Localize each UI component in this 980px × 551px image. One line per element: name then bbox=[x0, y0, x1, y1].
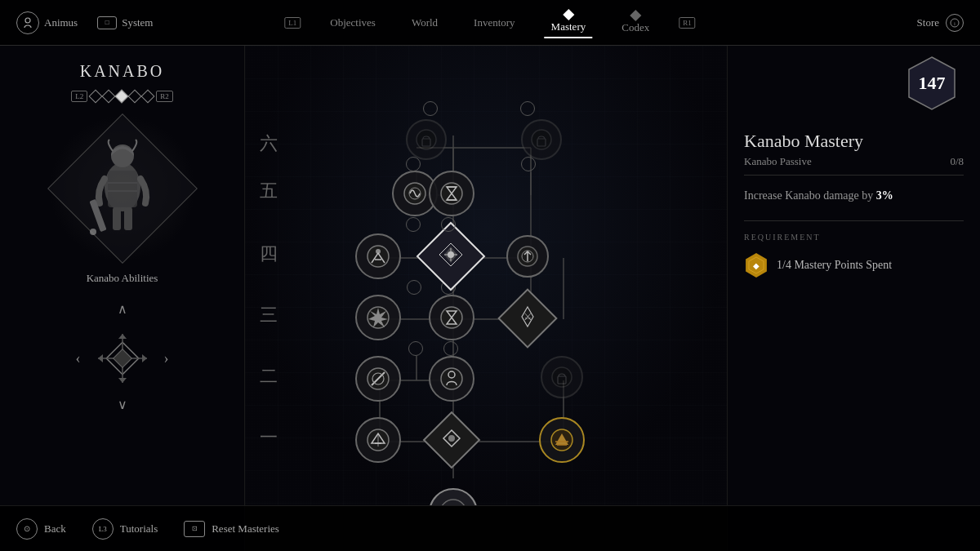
node-row2-small2 bbox=[443, 341, 458, 356]
system-label: System bbox=[122, 16, 153, 29]
node-row2-locked[interactable] bbox=[541, 356, 583, 398]
row-label-4: 四 bbox=[260, 242, 278, 266]
svg-text:◆: ◆ bbox=[753, 261, 760, 270]
dot-2 bbox=[102, 90, 116, 104]
reset-action[interactable]: ⊡ Reset Masteries bbox=[184, 521, 279, 537]
row-label-5: 五 bbox=[260, 179, 278, 203]
store-label: Store bbox=[917, 16, 939, 29]
back-button-icon[interactable]: ⊙ bbox=[16, 518, 38, 540]
store-button[interactable]: Store i bbox=[917, 14, 964, 32]
system-icon: □ bbox=[97, 16, 117, 29]
svg-marker-19 bbox=[118, 378, 127, 383]
row-label-3: 三 bbox=[260, 303, 278, 327]
mastery-diamond-icon bbox=[563, 8, 574, 20]
connection-lines bbox=[245, 46, 727, 505]
svg-point-58 bbox=[376, 249, 381, 254]
row-label-6: 六 bbox=[260, 131, 278, 156]
mastery-info: Kanabo Mastery Kanabo Passive 0/8 Increa… bbox=[744, 131, 964, 278]
row-label-2: 二 bbox=[260, 364, 278, 389]
mastery-points-number: 147 bbox=[919, 73, 946, 94]
node-row1-3[interactable] bbox=[539, 417, 585, 463]
dot-1 bbox=[89, 90, 103, 104]
requirement-item: ◆ 1/4 Mastery Points Spent bbox=[744, 253, 964, 278]
mastery-dots: L2 R2 bbox=[71, 91, 173, 102]
small-node bbox=[520, 101, 535, 116]
nav-tabs: L1 Objectives World Inventory Mastery Co… bbox=[284, 7, 695, 38]
tab-world[interactable]: World bbox=[405, 13, 444, 33]
l2-button[interactable]: L2 bbox=[71, 91, 87, 102]
nav-down-arrow[interactable]: ∨ bbox=[118, 397, 127, 412]
svg-point-45 bbox=[440, 500, 466, 505]
node-row4-small2 bbox=[441, 217, 456, 232]
small-node bbox=[406, 217, 421, 232]
node-row4-3[interactable] bbox=[506, 235, 549, 278]
animus-label: Animus bbox=[44, 16, 78, 29]
node-start[interactable]: 習得 bbox=[429, 488, 478, 505]
node-top-small1 bbox=[423, 101, 438, 116]
node-row4-1[interactable] bbox=[355, 233, 401, 279]
damage-highlight: 3% bbox=[876, 189, 893, 202]
bottom-bar: ⊙ Back L3 Tutorials ⊡ Reset Masteries bbox=[0, 505, 980, 551]
svg-text:i: i bbox=[954, 20, 956, 27]
node-row6-1[interactable] bbox=[406, 119, 447, 160]
store-icon: i bbox=[946, 14, 964, 32]
r2-button[interactable]: R2 bbox=[156, 91, 173, 102]
tutorials-action[interactable]: L3 Tutorials bbox=[92, 518, 158, 540]
node-row1-2[interactable] bbox=[431, 420, 472, 460]
nav-right-arrow[interactable]: › bbox=[164, 350, 169, 367]
samurai-figure bbox=[82, 138, 163, 239]
mastery-points-badge: 147 bbox=[903, 59, 960, 108]
node-row1-1[interactable] bbox=[355, 417, 401, 463]
node-row2-1[interactable] bbox=[355, 356, 401, 402]
skill-tree-inner: 一 二 三 四 五 六 bbox=[245, 46, 727, 505]
svg-rect-8 bbox=[124, 207, 132, 230]
back-label: Back bbox=[44, 522, 66, 535]
nav-up-arrow[interactable]: ∧ bbox=[118, 301, 127, 317]
system-button[interactable]: □ System bbox=[97, 16, 153, 29]
node-row4-small1 bbox=[406, 217, 421, 232]
skill-tree: 一 二 三 四 五 六 bbox=[245, 46, 727, 505]
left-panel: KANABO L2 R2 bbox=[0, 46, 245, 551]
animus-button[interactable]: Animus bbox=[16, 11, 78, 34]
node-row6-2[interactable] bbox=[521, 119, 562, 160]
node-row4-main[interactable] bbox=[426, 232, 475, 281]
node-row2-2[interactable] bbox=[429, 356, 474, 402]
requirement-hex-icon: ◆ bbox=[744, 253, 768, 278]
tab-codex[interactable]: Codex bbox=[615, 8, 656, 38]
reset-label: Reset Masteries bbox=[212, 522, 279, 535]
tutorials-button-icon[interactable]: L3 bbox=[92, 518, 114, 540]
small-node bbox=[441, 217, 456, 232]
weapon-art bbox=[49, 115, 196, 262]
requirement-label: REQUIREMENT bbox=[744, 220, 964, 247]
weapon-diamond-nav bbox=[94, 330, 151, 387]
l1-tag: L1 bbox=[284, 17, 301, 29]
dot-3 bbox=[115, 90, 129, 104]
svg-text:⚔: ⚔ bbox=[523, 311, 532, 322]
nav-left-arrow[interactable]: ‹ bbox=[76, 350, 81, 367]
dot-4 bbox=[128, 90, 142, 104]
top-navigation: Animus □ System L1 Objectives World Inve… bbox=[0, 0, 980, 46]
svg-point-57 bbox=[368, 246, 389, 267]
tab-objectives[interactable]: Objectives bbox=[323, 13, 382, 33]
svg-point-6 bbox=[90, 229, 96, 235]
svg-marker-18 bbox=[118, 334, 127, 339]
node-row3-2[interactable] bbox=[429, 295, 474, 340]
mastery-description: Increase Kanabo damage by 3% bbox=[744, 187, 964, 204]
nav-down: ∨ bbox=[118, 397, 127, 412]
nav-left: Animus □ System bbox=[16, 11, 153, 34]
node-row3-3[interactable]: ⚔ bbox=[506, 297, 549, 340]
svg-marker-16 bbox=[98, 354, 103, 362]
requirement-text: 1/4 Mastery Points Spent bbox=[777, 259, 892, 272]
node-row5-2[interactable] bbox=[429, 171, 474, 216]
small-node bbox=[443, 341, 458, 356]
svg-point-0 bbox=[25, 18, 30, 23]
codex-diamond-icon bbox=[630, 9, 641, 20]
small-node bbox=[407, 280, 421, 295]
node-row3-1[interactable] bbox=[355, 295, 401, 340]
tab-mastery[interactable]: Mastery bbox=[545, 7, 593, 38]
reset-button-icon[interactable]: ⊡ bbox=[184, 521, 205, 537]
tab-inventory[interactable]: Inventory bbox=[467, 13, 522, 33]
small-node bbox=[423, 101, 438, 116]
back-action[interactable]: ⊙ Back bbox=[16, 518, 66, 540]
svg-rect-7 bbox=[113, 207, 121, 230]
